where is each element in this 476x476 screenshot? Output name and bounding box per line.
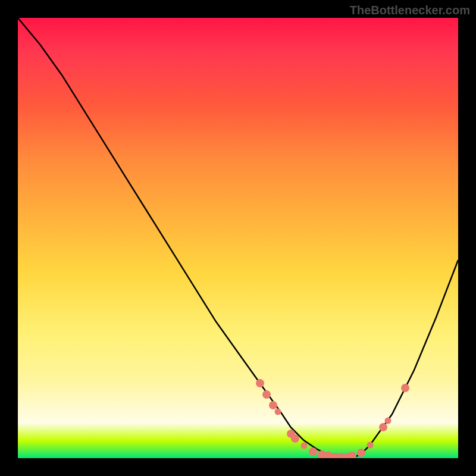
watermark-text: TheBottlenecker.com: [350, 4, 470, 17]
data-point: [301, 443, 308, 449]
data-point: [401, 384, 409, 392]
curve-svg: [18, 18, 458, 458]
bottleneck-curve: [18, 18, 458, 458]
plot-area: [18, 18, 458, 458]
data-point: [256, 379, 264, 387]
data-point: [262, 390, 271, 399]
data-point: [348, 452, 356, 458]
data-point: [309, 447, 317, 456]
data-point: [274, 409, 281, 415]
data-point: [384, 418, 391, 424]
data-point: [367, 441, 374, 448]
data-point: [291, 434, 299, 443]
data-point: [379, 423, 387, 431]
data-point: [357, 449, 365, 457]
